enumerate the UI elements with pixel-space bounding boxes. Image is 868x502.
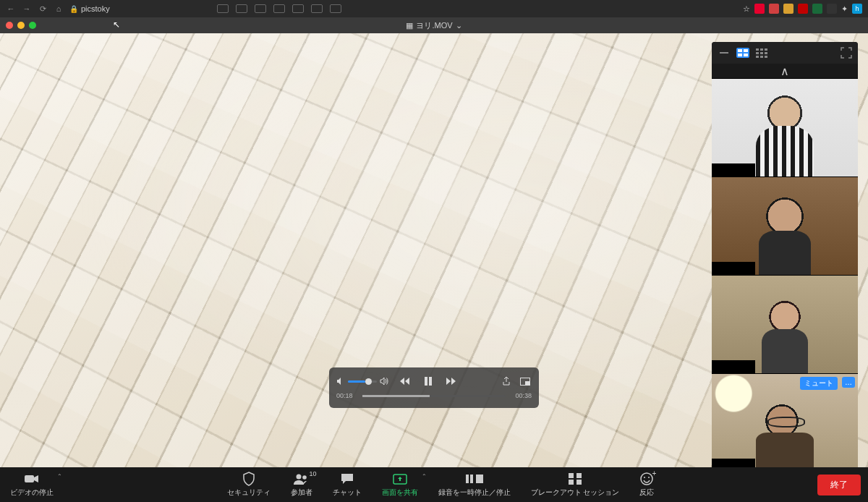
bookmark-star-icon[interactable]: ☆	[743, 4, 750, 14]
shield-icon	[242, 472, 255, 486]
svg-rect-5	[738, 49, 742, 52]
extension-icon[interactable]	[798, 4, 808, 14]
cursor-icon: ↖	[113, 20, 120, 30]
participant-video	[712, 276, 858, 373]
pip-icon[interactable]	[519, 375, 532, 388]
volume-max-icon	[380, 377, 388, 386]
svg-rect-24	[476, 475, 483, 483]
forward-button[interactable]: →	[22, 4, 32, 14]
record-button[interactable]: 録音を一時停止／停止	[428, 467, 521, 502]
browser-chrome: ← → ⟳ ⌂ 🔒 picstoky ☆ ✦ h	[0, 0, 868, 17]
share-icon[interactable]	[500, 375, 513, 388]
stop-video-button[interactable]: ビデオの停止 ⌃	[0, 467, 64, 502]
toolbar-label: セキュリティ	[227, 488, 271, 498]
svg-rect-6	[744, 49, 748, 52]
volume-control[interactable]	[336, 377, 388, 386]
reload-button[interactable]: ⟳	[38, 4, 48, 14]
svg-rect-16	[760, 56, 763, 58]
svg-rect-7	[738, 54, 742, 56]
security-button[interactable]: セキュリティ	[217, 467, 281, 502]
participant-tile[interactable]	[712, 275, 858, 373]
participant-video	[712, 177, 858, 275]
collapse-gallery-button[interactable]: ∧	[712, 64, 858, 78]
view-grid-button[interactable]	[755, 48, 768, 58]
svg-rect-14	[765, 52, 767, 54]
extension-icon[interactable]	[783, 4, 793, 14]
progress-bar[interactable]	[362, 395, 506, 397]
pause-button[interactable]	[422, 375, 435, 388]
chevron-up-icon[interactable]: ⌃	[422, 473, 427, 480]
end-meeting-button[interactable]: 終了	[817, 475, 861, 495]
svg-rect-15	[756, 56, 759, 58]
time-elapsed: 00:18	[336, 392, 358, 399]
extension-icon[interactable]	[812, 4, 822, 14]
reactions-button[interactable]: 反応 +	[629, 467, 664, 502]
video-icon	[24, 472, 40, 486]
svg-rect-28	[576, 480, 582, 485]
home-button[interactable]: ⌂	[54, 4, 64, 14]
toolbar-label: ブレークアウト セッション	[531, 488, 620, 498]
filename: ヨリ.MOV	[416, 20, 452, 31]
window-maximize-button[interactable]	[29, 22, 36, 29]
chevron-up-icon[interactable]: ⌃	[57, 473, 62, 480]
zoom-toolbar: ビデオの停止 ⌃ セキュリティ 参加者 10 チャット 画面を共有 ⌃ 録音を一…	[0, 467, 868, 502]
svg-rect-12	[756, 52, 759, 54]
participants-button[interactable]: 参加者 10	[281, 467, 323, 502]
extensions-menu-icon[interactable]: ✦	[841, 4, 848, 14]
svg-rect-10	[760, 48, 763, 51]
window-close-button[interactable]	[6, 22, 13, 29]
toolbar-label: 参加者	[291, 488, 312, 498]
back-button[interactable]: ←	[6, 4, 16, 14]
participant-tile[interactable]	[712, 78, 858, 176]
svg-rect-27	[569, 480, 574, 485]
participant-video	[712, 79, 858, 176]
fast-forward-button[interactable]	[445, 375, 458, 388]
svg-rect-0	[425, 377, 427, 386]
svg-rect-9	[756, 48, 759, 51]
extension-icon[interactable]	[827, 4, 837, 14]
participant-tile[interactable]: ミュート …	[712, 373, 858, 472]
video-player-controls: 00:18 00:38	[329, 367, 539, 408]
profile-avatar[interactable]: h	[852, 4, 862, 14]
chat-icon	[340, 472, 354, 486]
window-title: ▦ ヨリ.MOV ⌄	[406, 20, 461, 31]
toolbar-label: ビデオの停止	[10, 488, 54, 498]
svg-point-30	[644, 477, 645, 478]
gallery-header	[712, 42, 858, 64]
extension-icon[interactable]	[769, 4, 779, 14]
fullscreen-button[interactable]	[841, 47, 852, 59]
toolbar-label: 反応	[639, 488, 654, 498]
chevron-down-icon[interactable]: ⌄	[456, 21, 462, 30]
svg-point-31	[648, 477, 650, 478]
breakout-button[interactable]: ブレークアウト セッション	[521, 467, 630, 502]
svg-rect-22	[466, 475, 469, 483]
svg-rect-8	[744, 54, 748, 56]
view-strip-button[interactable]	[736, 48, 749, 58]
participant-name-bar	[712, 163, 755, 176]
participant-gallery: ∧ ミュート …	[712, 42, 858, 472]
svg-rect-17	[765, 56, 767, 58]
view-minimal-button[interactable]	[718, 48, 731, 58]
participant-name-bar	[712, 262, 755, 275]
svg-rect-23	[470, 475, 473, 483]
mute-participant-button[interactable]: ミュート	[800, 377, 838, 390]
svg-rect-13	[760, 52, 763, 54]
time-total: 00:38	[510, 392, 532, 399]
svg-rect-3	[525, 381, 529, 385]
plus-icon: +	[652, 469, 657, 477]
background-app-toolbar	[217, 0, 341, 17]
share-screen-button[interactable]: 画面を共有 ⌃	[372, 467, 428, 502]
participant-tile[interactable]	[712, 176, 858, 275]
chat-button[interactable]: チャット	[323, 467, 372, 502]
lock-icon: 🔒	[69, 5, 78, 13]
participant-more-button[interactable]: …	[842, 377, 855, 388]
breakout-icon	[568, 472, 582, 486]
participant-name-bar	[712, 360, 755, 373]
svg-rect-18	[25, 475, 34, 482]
window-minimize-button[interactable]	[17, 22, 25, 29]
volume-slider[interactable]	[348, 380, 377, 383]
extension-icon[interactable]	[754, 4, 765, 14]
rewind-button[interactable]	[399, 375, 412, 388]
address-bar[interactable]: 🔒 picstoky	[69, 4, 110, 13]
url-host: picstoky	[81, 4, 110, 13]
